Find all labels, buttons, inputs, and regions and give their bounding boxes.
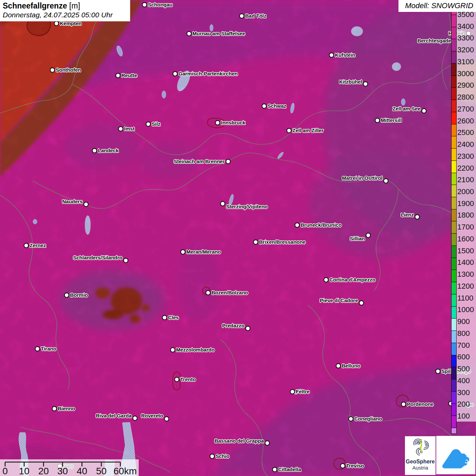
city-label: Bad Tölz: [245, 13, 267, 19]
colorbar-tick-label: 3300: [457, 34, 476, 42]
colorbar-segment: [452, 173, 456, 185]
geosphere-wordmark: GeoSphere: [405, 459, 436, 465]
colorbar-tick-label: 600: [457, 353, 476, 361]
colorbar-tick-label: 900: [457, 317, 476, 326]
city-dot: [64, 293, 69, 298]
city-dot: [206, 290, 211, 295]
city-label: Feltre: [296, 389, 310, 394]
map-datetime: Donnerstag, 24.07.2025 05:00 Uhr: [3, 11, 130, 19]
colorbar-tick-label: 2900: [457, 81, 476, 90]
scale-bar-label: 30: [57, 466, 68, 476]
city-label: Riva del Garda: [96, 413, 132, 419]
colorbar: [451, 11, 457, 434]
city-label: Zell am See: [392, 106, 421, 112]
colorbar-segment: [452, 100, 456, 112]
city-label: Bormio: [70, 292, 88, 298]
title-unit: [m]: [69, 1, 80, 10]
colorbar-tick-label: 1200: [457, 282, 476, 291]
colorbar-segment: [452, 318, 456, 330]
city-dot: [295, 223, 300, 228]
colorbar-segment: [452, 282, 456, 294]
colorbar-segment: [452, 245, 456, 258]
city-dot: [181, 250, 186, 255]
geosphere-contour-icon: [409, 436, 431, 458]
city-label: Schongau: [148, 2, 173, 7]
colorbar-segment: [452, 27, 456, 39]
city-dot: [239, 14, 244, 19]
colorbar-tick-label: 1400: [457, 258, 476, 267]
city-dot: [363, 82, 368, 87]
city-label: Kitzbühel: [339, 79, 362, 85]
city-label: Berchtesgaden: [418, 38, 454, 44]
city-dot: [253, 240, 258, 245]
city-dot: [215, 120, 220, 125]
colorbar-segment: [452, 15, 456, 27]
city-label: Pieve di Cadore: [320, 298, 358, 303]
city-label: Landeck: [98, 148, 119, 153]
city-dot: [170, 347, 175, 353]
colorbar-tick-label: 3000: [457, 69, 476, 78]
scale-bar-label: 20: [38, 466, 49, 476]
colorbar-segment: [452, 355, 456, 367]
city-dot: [164, 417, 169, 422]
scale-bar-label: 40: [76, 466, 87, 476]
city-dot: [133, 416, 138, 421]
colorbar-tick-label: 1100: [457, 294, 476, 303]
colorbar-tick-label: 300: [457, 388, 476, 397]
city-label: Sterzing/Vipiteno: [226, 204, 268, 209]
colorbar-segment: [452, 87, 456, 100]
title-text: Schneefallgrenze: [3, 1, 67, 10]
colorbar-tick-label: 1900: [457, 199, 476, 208]
city-label: Zell am Ziller: [292, 128, 324, 133]
city-dot: [384, 178, 389, 184]
city-label: Bienno: [58, 406, 75, 411]
city-dot: [142, 2, 147, 7]
colorbar-segment: [452, 343, 456, 355]
scale-bar: 0102030405060km: [0, 459, 139, 476]
colorbar-segment: [452, 112, 456, 124]
city-label: Predazzo: [222, 323, 244, 328]
city-label: Bassano del Grappa: [215, 438, 264, 444]
city-dot: [272, 467, 277, 472]
city-label: Tirano: [41, 346, 56, 352]
city-label: Schwaz: [268, 103, 286, 109]
city-dot: [210, 454, 215, 459]
city-dot: [226, 159, 231, 164]
city-label: Brixen/Bressanone: [259, 239, 306, 245]
city-dot: [220, 201, 225, 206]
colorbar-tick-label: 3400: [457, 22, 476, 31]
colorbar-tick-label: 1600: [457, 235, 476, 243]
city-label: Sonthofen: [56, 67, 81, 73]
city-label: Schlanders/Silandro: [73, 255, 122, 260]
colorbar-tick-label: 2100: [457, 175, 476, 184]
colorbar-segment: [452, 197, 456, 209]
app-logo-box: [436, 436, 475, 474]
city-label: Conegliano: [354, 416, 382, 422]
city-label: Lienz: [401, 212, 414, 218]
city-label: Cittadella: [278, 466, 301, 472]
geosphere-country: Austria: [405, 465, 436, 471]
scale-bar-label: 0: [2, 466, 8, 476]
colorbar-segment: [452, 63, 456, 75]
colorbar-segment: [452, 39, 456, 51]
city-dot: [52, 406, 57, 411]
scale-bar-label: 50: [96, 466, 106, 476]
colorbar-tick-label: 1300: [457, 270, 476, 279]
city-label: Bruneck/Brunico: [301, 222, 342, 228]
colorbar-segment: [452, 75, 456, 88]
city-dot: [265, 441, 270, 446]
city-label: Meran/Merano: [186, 249, 221, 255]
colorbar-tick-label: 2000: [457, 187, 476, 196]
city-label: Steinach am Brenner: [174, 158, 225, 164]
city-label: Silz: [152, 121, 160, 127]
colorbar-tick-label: 1800: [457, 211, 476, 220]
city-dot: [290, 389, 295, 394]
colorbar-tick-label: 500: [457, 364, 476, 373]
title-box: Schneefallgrenze [m] Donnerstag, 24.07.2…: [0, 0, 130, 21]
city-dot: [336, 363, 341, 369]
city-dot: [348, 417, 354, 422]
city-label: Matrei in Osttirol: [342, 175, 382, 181]
city-label: Treviso: [346, 463, 364, 469]
city-label: Trento: [180, 376, 196, 382]
colorbar-tick-label: 2800: [457, 93, 476, 102]
